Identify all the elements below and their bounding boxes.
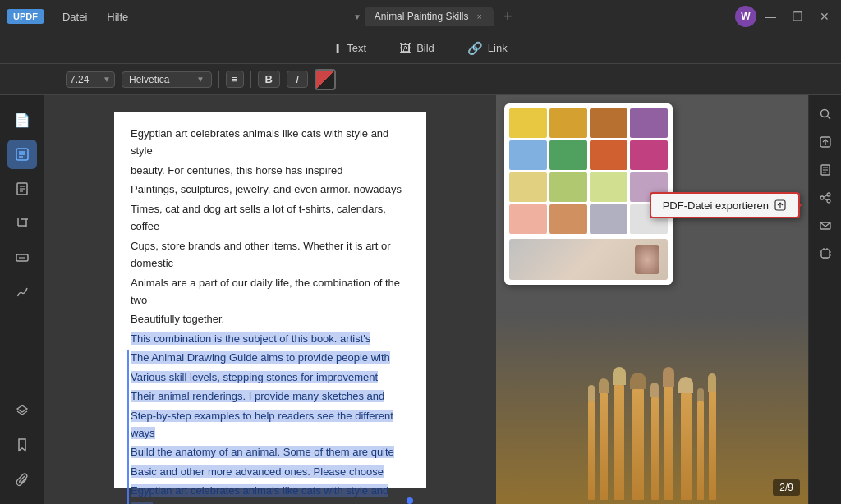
content-area: Egyptian art celebrates animals like cat… bbox=[44, 95, 841, 504]
brush bbox=[630, 373, 646, 500]
palette-cell[interactable] bbox=[549, 108, 587, 138]
document-container[interactable]: Egyptian art celebrates animals like cat… bbox=[44, 95, 496, 504]
brush-handle bbox=[709, 392, 716, 500]
brush-tip bbox=[650, 383, 659, 397]
sidebar-icon-attachment[interactable] bbox=[7, 465, 37, 494]
sidebar-icon-pages[interactable] bbox=[7, 174, 37, 204]
maximize-button[interactable]: ❐ bbox=[788, 8, 808, 25]
tab-close-button[interactable]: × bbox=[476, 11, 484, 21]
sidebar-icon-bookmark[interactable] bbox=[7, 430, 37, 460]
brush bbox=[697, 388, 704, 500]
text-paragraph: Egyptian art celebrates animals like cat… bbox=[131, 482, 410, 504]
active-tab[interactable]: Animal Painting Skills × bbox=[365, 7, 494, 26]
brush-tip bbox=[588, 385, 595, 401]
palette-cell[interactable] bbox=[630, 140, 668, 170]
image-icon: 🖼 bbox=[399, 41, 411, 55]
sidebar-icon-crop[interactable] bbox=[7, 208, 37, 238]
palette-grid bbox=[509, 108, 668, 234]
link-tool[interactable]: 🔗 Link bbox=[461, 38, 514, 59]
palette-cell[interactable] bbox=[549, 172, 587, 202]
brush-tip bbox=[708, 373, 716, 392]
export-icon bbox=[774, 199, 787, 212]
color-picker[interactable] bbox=[315, 69, 336, 90]
svg-point-16 bbox=[820, 110, 828, 117]
menu-datei[interactable]: Datei bbox=[54, 7, 95, 26]
text-paragraph: Various skill levels, stepping stones fo… bbox=[131, 369, 410, 386]
brush bbox=[650, 383, 659, 500]
format-bar: 7.24 ▼ Helvetica ▼ ≡ B I bbox=[0, 64, 841, 95]
sidebar-icon-edit[interactable] bbox=[7, 140, 37, 169]
palette-cell[interactable] bbox=[509, 108, 547, 138]
svg-line-17 bbox=[827, 117, 830, 120]
palette-cell[interactable] bbox=[509, 140, 547, 170]
bold-button[interactable]: B bbox=[258, 71, 280, 88]
font-size-value: 7.24 bbox=[70, 74, 89, 85]
document-page: Egyptian art celebrates animals like cat… bbox=[114, 112, 426, 488]
sidebar-icon-layers[interactable] bbox=[7, 396, 37, 425]
format-divider-2 bbox=[250, 71, 251, 88]
bild-label: Bild bbox=[416, 42, 434, 54]
tab-add-button[interactable]: + bbox=[497, 8, 519, 25]
palette-cell[interactable] bbox=[590, 108, 627, 138]
sidebar-icon-sign[interactable] bbox=[7, 277, 37, 307]
right-icon-export[interactable] bbox=[813, 130, 838, 154]
palette-cell[interactable] bbox=[509, 204, 547, 234]
palette-cell[interactable] bbox=[549, 204, 587, 234]
format-divider-1 bbox=[218, 71, 219, 88]
minimize-button[interactable]: — bbox=[760, 8, 781, 25]
mixed-paint bbox=[635, 245, 659, 274]
brush-handle bbox=[651, 397, 659, 500]
bild-tool[interactable]: 🖼 Bild bbox=[393, 38, 441, 58]
palette-cell[interactable] bbox=[590, 172, 627, 202]
svg-point-26 bbox=[820, 196, 824, 199]
brush-handle bbox=[614, 385, 624, 500]
tab-title: Animal Painting Skills bbox=[375, 11, 469, 22]
palette-box bbox=[504, 103, 673, 285]
font-family-selector[interactable]: Helvetica ▼ bbox=[122, 71, 212, 88]
text-paragraph: Beautifully together. bbox=[131, 310, 410, 328]
title-bar: UPDF Datei Hilfe ▼ Animal Painting Skill… bbox=[0, 0, 841, 33]
font-family-value: Helvetica bbox=[129, 74, 169, 85]
svg-line-27 bbox=[824, 195, 827, 197]
brush-tip bbox=[613, 367, 626, 385]
palette-cell[interactable] bbox=[590, 204, 627, 234]
tab-dropdown-arrow[interactable]: ▼ bbox=[353, 12, 361, 21]
close-button[interactable]: ✕ bbox=[815, 8, 834, 25]
brush bbox=[613, 367, 626, 500]
text-label: Text bbox=[347, 42, 366, 54]
brush bbox=[599, 378, 609, 500]
palette-cell[interactable] bbox=[630, 108, 668, 138]
text-content[interactable]: Egyptian art celebrates animals like cat… bbox=[131, 125, 410, 504]
italic-button[interactable]: I bbox=[287, 71, 308, 88]
menu-hilfe[interactable]: Hilfe bbox=[99, 7, 136, 26]
font-size-dropdown-arrow: ▼ bbox=[103, 75, 111, 84]
brush-tip bbox=[663, 367, 674, 387]
text-tool[interactable]: 𝗧 Text bbox=[327, 38, 373, 59]
align-button[interactable]: ≡ bbox=[226, 71, 244, 88]
sidebar-icon-forms[interactable] bbox=[7, 243, 37, 273]
right-icon-email[interactable] bbox=[813, 213, 838, 238]
font-size-selector[interactable]: 7.24 ▼ bbox=[66, 71, 115, 88]
right-icon-search[interactable] bbox=[813, 102, 838, 126]
right-icon-share[interactable] bbox=[813, 186, 838, 210]
export-tooltip[interactable]: PDF-Datei exportieren bbox=[650, 192, 800, 218]
font-family-dropdown-arrow: ▼ bbox=[196, 75, 205, 84]
brush-handle bbox=[681, 393, 692, 500]
paint-palette bbox=[504, 103, 673, 285]
link-label: Link bbox=[488, 42, 508, 54]
text-paragraph: Their animal renderings. I provide many … bbox=[131, 387, 410, 405]
sidebar-icon-document[interactable]: 📄 bbox=[7, 105, 37, 135]
text-paragraph: Build the anatomy of an animal. Some of … bbox=[131, 443, 410, 460]
user-avatar[interactable]: W bbox=[735, 6, 756, 27]
brush-tip bbox=[678, 377, 693, 393]
tab-area: ▼ Animal Painting Skills × + bbox=[140, 7, 732, 26]
window-controls: — ❐ ✕ bbox=[760, 8, 834, 25]
palette-cell[interactable] bbox=[590, 140, 627, 170]
link-icon: 🔗 bbox=[467, 41, 483, 56]
app-logo[interactable]: UPDF bbox=[7, 9, 44, 24]
right-icon-plugin[interactable] bbox=[813, 241, 838, 266]
right-icon-pages[interactable] bbox=[813, 158, 838, 182]
palette-cell[interactable] bbox=[509, 172, 547, 202]
palette-cell[interactable] bbox=[549, 140, 587, 170]
brush-tip bbox=[630, 373, 646, 389]
